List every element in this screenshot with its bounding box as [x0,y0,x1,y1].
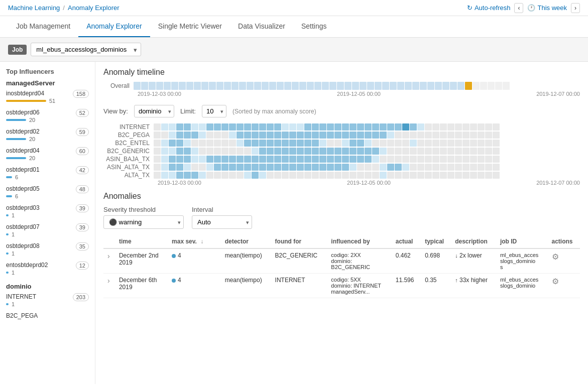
influencer-badge: 35 [76,242,89,250]
influencer-score: 51 [49,98,55,104]
timeline-dates: 2019-12-03 00:00 2019-12-05 00:00 2019-1… [138,91,580,97]
influencer-badge: 12 [76,262,89,270]
influencer-score: 20 [29,155,35,161]
swimlane-label: INTERNET [103,123,154,131]
interval-label: Interval [192,206,252,213]
timeline-cell [247,82,254,90]
influencer-badge: 39 [76,223,89,231]
timeline-cell [375,82,382,90]
view-controls: View by: dominio Limit: 10 (Sorted by ma… [103,105,580,117]
tab-settings[interactable]: Settings [293,16,335,37]
limit-label: Limit: [180,107,196,115]
typical-cell: 0.35 [421,274,451,298]
influencer-score: 1 [12,231,15,237]
desc-arrow: ↑ [455,277,458,283]
interval-filter-group: Interval Auto [192,206,252,229]
timeline-date-2: 2019-12-05 00:00 [337,91,381,97]
swimlane-cells [154,156,500,163]
breadcrumb-current: Anomaly Explorer [68,4,120,12]
interval-select[interactable]: Auto [192,215,252,229]
expand-button[interactable]: › [107,252,110,260]
tab-anomaly-explorer[interactable]: Anomaly Explorer [78,16,150,37]
swimlane-row-asin-baja: ASIN_BAJA_TX [103,156,580,163]
settings-button[interactable]: ⚙ [552,277,559,286]
swimlane-cells [154,148,500,155]
timeline-cell [171,82,178,90]
th-actions: actions [548,235,580,248]
tab-job-management[interactable]: Job Management [8,16,78,37]
th-found-for[interactable]: found for [271,235,327,248]
timeline-cell [457,82,464,90]
influencer-badge: 158 [73,90,89,98]
th-job-id[interactable]: job ID [496,235,548,248]
th-typical[interactable]: typical [421,235,451,248]
timeline-cells [134,82,580,90]
anomaly-timeline-section: Anomaly timeline Overall [103,68,580,97]
influencer-bar-orange [6,100,46,102]
breadcrumb-ml[interactable]: Machine Learning [8,4,60,12]
influencer-bar-blue [6,157,26,159]
timeline-overall-row: Overall [103,82,580,90]
view-by-select[interactable]: dominio [134,105,174,117]
influencer-badge: 60 [76,147,89,155]
this-week-button[interactable]: 🕐 This week [527,4,567,12]
influencer-badge: 59 [76,128,89,136]
timeline-cell [314,82,321,90]
dominio-title: dominio [6,283,89,290]
expand-cell: › [103,274,115,298]
timeline-cell [277,82,284,90]
influencer-name: osbtdeprd07 [6,223,40,230]
swimlane-row-asin-alta: ASIN_ALTA_TX [103,164,580,171]
limit-select[interactable]: 10 [202,105,226,117]
th-max-sev[interactable]: max sev. ↓ [168,235,212,248]
list-item: osbtdeprd02 20 59 [6,128,89,143]
th-actual[interactable]: actual [392,235,421,248]
job-id-cell: ml_ebus_accesslogs_dominios [496,248,548,274]
score-cell: 4 [168,274,212,298]
th-description[interactable]: description [451,235,496,248]
tab-data-visualizer[interactable]: Data Visualizer [230,16,293,37]
content-area: Anomaly timeline Overall [95,62,588,384]
swimlane-date-1: 2019-12-03 00:00 [158,180,201,186]
next-arrow-button[interactable]: › [571,3,580,13]
timeline-cell [209,82,216,90]
severity-select[interactable]: ⚫ warning [103,215,184,229]
job-select[interactable]: ml_ebus_accesslogs_dominios [31,43,141,56]
view-by-select-wrap: dominio [134,105,174,117]
time-cell: December 6th2019 [115,274,168,298]
th-time[interactable]: time [115,235,168,248]
tab-single-metric-viewer[interactable]: Single Metric Viewer [150,16,230,37]
th-detector[interactable]: detector [221,235,271,248]
influencer-name: inosbtdeprd04 [6,90,55,97]
influencer-score: 6 [15,174,18,180]
timeline-cell [442,82,449,90]
swimlane-date-2: 2019-12-05 00:00 [347,180,391,186]
swimlane-label: ALTA_TX [103,172,154,179]
influenced-by-cell: codigo: 5XXdominio: INTERNETmanagedServ.… [327,274,391,298]
list-item: B2C_PEGA [6,312,89,319]
influencer-bar-blue [6,195,12,197]
influencer-bar-blue [6,214,9,216]
auto-refresh-label: Auto-refresh [475,4,511,12]
influencer-bar-blue [6,176,12,178]
list-item: osbtdeprd05 6 48 [6,185,89,200]
influencer-bar-blue [6,303,9,305]
timeline-cell [141,82,148,90]
detector-cell: mean(tiempo) [221,274,271,298]
timeline-cell [329,82,336,90]
expand-button[interactable]: › [107,277,110,285]
found-for-cell: INTERNET [271,274,327,298]
top-influencers-title: Top Influencers [6,68,89,75]
found-for-cell: B2C_GENERIC [271,248,327,274]
table-header: time max sev. ↓ detector found for influ… [103,235,580,248]
th-influenced-by[interactable]: influenced by [327,235,391,248]
influencer-score: 1 [12,250,15,256]
swimlane-cells [154,123,500,131]
auto-refresh-button[interactable]: ↻ Auto-refresh [467,4,511,12]
settings-button[interactable]: ⚙ [552,252,559,262]
actions-cell: ⚙ [548,274,580,298]
timeline-cell-empty [488,82,495,90]
swimlane-label: B2C_PEGA [103,132,154,139]
prev-arrow-button[interactable]: ‹ [514,3,523,13]
top-bar-right: ↻ Auto-refresh ‹ 🕐 This week › [467,3,580,13]
